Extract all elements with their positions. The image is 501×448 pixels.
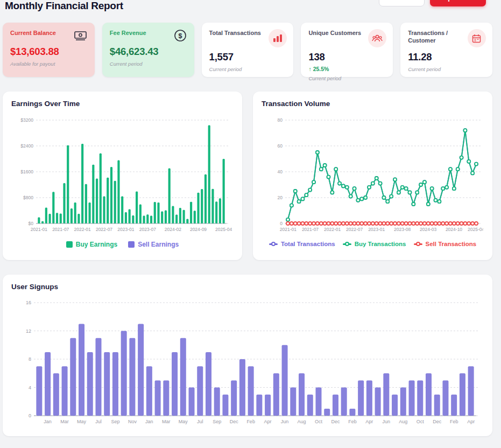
user-signups-card: User Signups 1612840JanMarMayJulSepNovJa… xyxy=(3,275,492,436)
stat-value: 138 xyxy=(308,51,386,63)
svg-text:8: 8 xyxy=(29,356,31,362)
stat-subtitle: Current period xyxy=(110,61,188,67)
stat-title: Unique Customers xyxy=(308,29,361,37)
svg-text:2021-07: 2021-07 xyxy=(302,227,319,232)
svg-text:May: May xyxy=(77,419,87,424)
refresh-button[interactable]: Refresh xyxy=(379,0,425,6)
svg-text:Jul: Jul xyxy=(197,419,203,424)
svg-text:Aug: Aug xyxy=(399,419,407,424)
stat-title: Current Balance xyxy=(10,29,56,37)
svg-text:2022-01: 2022-01 xyxy=(74,227,91,232)
legend-item-buy-earnings[interactable]: Buy Earnings xyxy=(66,241,117,248)
svg-text:Apr: Apr xyxy=(365,419,373,424)
svg-text:0: 0 xyxy=(280,221,283,226)
svg-text:60: 60 xyxy=(278,143,283,149)
svg-text:0: 0 xyxy=(29,413,31,418)
svg-text:2024-10: 2024-10 xyxy=(446,227,462,232)
svg-text:2024-03: 2024-03 xyxy=(420,227,436,232)
chart-title: User Signups xyxy=(11,283,484,291)
legend-line-dot-marker xyxy=(343,241,351,247)
svg-text:2024-09: 2024-09 xyxy=(190,227,207,232)
svg-text:Dec: Dec xyxy=(433,419,442,424)
transaction-volume-line-chart[interactable]: 8060402002021-012021-072022-012022-07202… xyxy=(262,113,483,237)
legend-line-dot-marker xyxy=(269,241,278,247)
chart-title: Transaction Volume xyxy=(262,100,484,108)
svg-text:Jun: Jun xyxy=(281,419,289,424)
legend-item-buy-transactions[interactable]: Buy Transactions xyxy=(343,241,406,247)
transaction-volume-card: Transaction Volume 8060402002021-012021-… xyxy=(253,92,492,260)
svg-text:16: 16 xyxy=(26,300,31,305)
bar-chart-icon xyxy=(269,29,287,47)
legend-label: Buy Earnings xyxy=(76,241,117,248)
svg-text:Jul: Jul xyxy=(95,419,102,424)
svg-text:2021-01: 2021-01 xyxy=(31,227,47,232)
stat-value: $46,623.43 xyxy=(110,46,188,58)
svg-text:2021-07: 2021-07 xyxy=(52,227,69,232)
svg-text:Sep: Sep xyxy=(111,419,119,424)
page-header: Monthly Financial Report Refresh Export … xyxy=(3,0,492,13)
export-pdf-button[interactable]: Export PDF xyxy=(430,0,486,6)
svg-text:Feb: Feb xyxy=(246,419,255,424)
svg-text:Jan: Jan xyxy=(145,419,153,424)
svg-text:2024-02: 2024-02 xyxy=(165,227,181,232)
legend-item-total-transactions[interactable]: Total Transactions xyxy=(269,241,335,247)
user-signups-bar-chart[interactable]: 1612840JanMarMayJulSepNovJanMarMayJulSep… xyxy=(11,296,484,430)
svg-text:2022-07: 2022-07 xyxy=(346,227,363,232)
transactions-per-customer-card: Transactions / Customer 11.28 Current pe… xyxy=(400,23,492,77)
svg-text:Apr: Apr xyxy=(467,419,475,424)
stat-subtitle: Current period xyxy=(408,66,486,72)
charts-row: Earnings Over Time $3200$2400$1600$800$0… xyxy=(3,92,492,260)
svg-text:Jun: Jun xyxy=(383,419,391,424)
dashboard-page: Monthly Financial Report Refresh Export … xyxy=(0,0,501,448)
people-icon xyxy=(368,29,386,47)
svg-text:$3200: $3200 xyxy=(20,117,33,123)
svg-text:40: 40 xyxy=(278,169,283,174)
stat-subtitle: Current period xyxy=(209,66,287,72)
svg-text:Apr: Apr xyxy=(264,419,272,424)
svg-text:Nov: Nov xyxy=(128,419,137,424)
svg-text:4: 4 xyxy=(29,385,31,390)
svg-text:Oct: Oct xyxy=(417,419,425,424)
svg-text:Aug: Aug xyxy=(298,419,306,424)
total-transactions-card: Total Transactions 1,557 Current period xyxy=(202,23,294,77)
svg-text:2023-01: 2023-01 xyxy=(368,227,385,232)
legend-line-dot-marker xyxy=(414,241,422,247)
svg-text:Mar: Mar xyxy=(162,419,171,424)
dollar-circle-icon: $ xyxy=(173,29,188,42)
chart-title: Earnings Over Time xyxy=(11,100,234,108)
stat-subtitle: Available for payout xyxy=(10,61,88,67)
current-balance-card: Current Balance $13,603.88 Available for… xyxy=(3,23,95,77)
svg-text:May: May xyxy=(179,419,188,424)
legend-label: Sell Transactions xyxy=(426,241,477,247)
svg-text:$2400: $2400 xyxy=(20,143,33,149)
stat-title: Fee Revenue xyxy=(110,29,146,37)
banknote-icon xyxy=(73,29,88,42)
svg-text:2023-07: 2023-07 xyxy=(139,227,156,232)
svg-text:Jan: Jan xyxy=(44,419,52,424)
svg-text:2025-04: 2025-04 xyxy=(215,227,232,232)
stat-cards-row: Current Balance $13,603.88 Available for… xyxy=(3,23,492,77)
up-arrow-icon: ↑ xyxy=(308,66,311,72)
svg-text:12: 12 xyxy=(26,328,31,334)
svg-text:Sep: Sep xyxy=(213,419,221,424)
svg-text:2023-08: 2023-08 xyxy=(394,227,411,232)
legend-item-sell-transactions[interactable]: Sell Transactions xyxy=(414,241,477,247)
earnings-legend: Buy Earnings Sell Earnings xyxy=(11,241,234,248)
stat-value: $13,603.88 xyxy=(10,46,88,58)
stat-subtitle: Current period xyxy=(308,75,386,81)
svg-text:Feb: Feb xyxy=(450,419,458,424)
volume-legend: Total Transactions Buy Transactions Sell… xyxy=(262,241,484,247)
toolbar: Refresh Export PDF xyxy=(379,0,486,6)
svg-text:Feb: Feb xyxy=(348,419,357,424)
svg-text:$: $ xyxy=(178,32,182,40)
stat-value: 11.28 xyxy=(408,51,486,63)
calendar-icon xyxy=(468,29,486,47)
legend-item-sell-earnings[interactable]: Sell Earnings xyxy=(128,241,179,248)
fee-revenue-card: Fee Revenue $ $46,623.43 Current period xyxy=(102,23,194,77)
legend-label: Sell Earnings xyxy=(138,241,179,248)
earnings-over-time-card: Earnings Over Time $3200$2400$1600$800$0… xyxy=(3,92,242,260)
earnings-bar-chart[interactable]: $3200$2400$1600$800$02021-012021-072022-… xyxy=(11,113,233,237)
legend-label: Buy Transactions xyxy=(355,241,406,247)
svg-text:$1600: $1600 xyxy=(20,169,33,174)
legend-swatch xyxy=(66,241,73,248)
